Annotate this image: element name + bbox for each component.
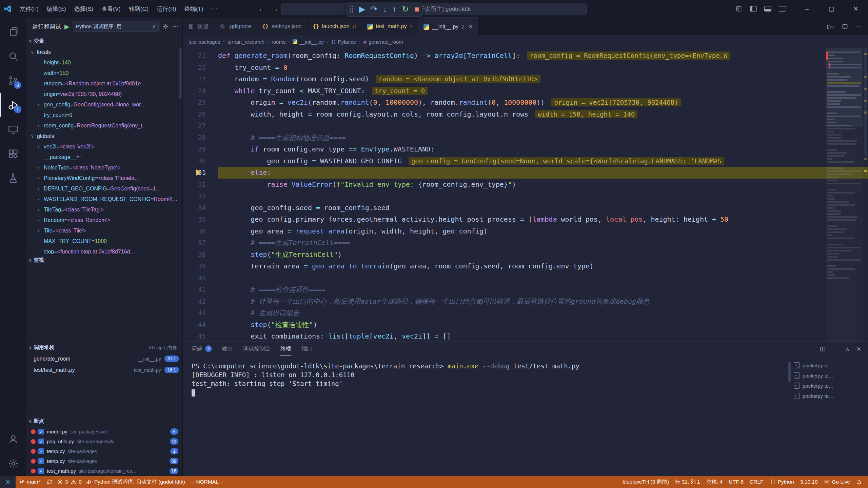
line-number[interactable]: 33 (183, 190, 218, 202)
activity-testing[interactable] (0, 166, 26, 190)
menu-item[interactable]: 查看(V) (97, 3, 125, 15)
line-number[interactable]: 34 (183, 202, 218, 214)
variable-row[interactable]: ›vec2i = <class 'vec2i'> (26, 141, 182, 152)
close-button[interactable]: ✕ (844, 0, 868, 18)
line-number[interactable]: 25 (183, 97, 218, 108)
activity-files[interactable] (0, 20, 26, 44)
line-number[interactable]: 26 (183, 108, 218, 120)
problems-errors[interactable]: 3 (56, 476, 70, 488)
toggle-panel-icon[interactable] (764, 6, 771, 12)
tab-test_math.py[interactable]: test_math.py1 (361, 18, 418, 35)
breakpoint-row[interactable]: ✓model.pysite-packages\wfc6 (26, 427, 182, 436)
breadcrumb-item[interactable]: terrain_research (228, 39, 264, 45)
remote-indicator[interactable] (0, 476, 16, 488)
panel-tab-问题[interactable]: 问题3 (192, 342, 212, 356)
variable-row[interactable]: width = 150 (26, 68, 182, 78)
variable-row[interactable]: stop = <function stop at 0x1bf8d716d… (26, 246, 182, 254)
variable-row[interactable]: random = <Random object at 0x1bf9d01e… (26, 78, 182, 89)
line-number[interactable]: 28 (183, 132, 218, 144)
indentation[interactable]: 空格: 4 (703, 476, 726, 488)
nav-forward-icon[interactable]: → (271, 4, 279, 13)
scrollbar-thumb[interactable] (864, 48, 867, 157)
code-line-content[interactable]: step("生成TerrainCell") (218, 249, 868, 261)
terminal-scrollbar[interactable] (788, 362, 791, 382)
tab-__init__.py[interactable]: __init__.py2✕ (418, 18, 478, 35)
step-into-icon[interactable]: ↓ (383, 5, 387, 13)
variable-row[interactable]: try_count = 0 (26, 110, 182, 120)
variable-row[interactable]: ›geo_config = GeoConfig(seed=None, wor… (26, 99, 182, 110)
breadcrumb-item[interactable]: rooms (272, 39, 286, 45)
minimize-button[interactable]: – (795, 0, 819, 18)
close-panel-icon[interactable]: ✕ (856, 346, 861, 353)
line-number[interactable]: 44 (183, 319, 218, 331)
eol[interactable]: CRLF (747, 476, 766, 488)
stop-icon[interactable]: ■ (414, 5, 419, 13)
activity-search[interactable] (0, 44, 26, 68)
debug-config-select[interactable]: Python 调试程序: 启 ∨ (73, 21, 159, 32)
code-line-content[interactable]: if room_config.env_type == EnvType.WASTE… (218, 143, 868, 155)
line-number[interactable]: 23 (183, 73, 218, 85)
activity-debug[interactable]: 1 (0, 93, 26, 117)
command-center[interactable]: [管理开发宿主] godot-ldtk (281, 3, 587, 15)
stack-frame[interactable]: test/test_math.pytest_math.py16:1 (26, 364, 182, 375)
code-line-content[interactable]: width, height = room_config.layout.n_col… (218, 108, 868, 120)
code-line-content[interactable]: geo_config = WASTELAND_GEO_CONFIGgeo_con… (218, 155, 868, 167)
nav-back-icon[interactable]: ← (258, 4, 266, 13)
activity-extensions[interactable] (0, 142, 26, 166)
debug-status[interactable]: Python 调试程序: 启动文件 (godot-ldtk) (83, 476, 188, 488)
line-number[interactable]: 21 (183, 50, 218, 62)
panel-tab-输出[interactable]: 输出 (222, 342, 233, 356)
breakpoint-checkbox[interactable]: ✓ (38, 468, 44, 474)
variable-row[interactable]: ›TileTag = <class 'TileTag'> (26, 204, 182, 215)
maximize-button[interactable]: ▢ (819, 0, 844, 18)
terminal-session-item[interactable]: >_pocketpy te… (794, 381, 863, 390)
line-number[interactable]: 38 (183, 249, 218, 261)
breakpoint-checkbox[interactable]: ✓ (38, 439, 44, 444)
code-line-content[interactable]: terrain_area = geo_area_to_terrain(geo_a… (218, 260, 868, 272)
variable-row[interactable]: MAX_TRY_COUNT = 1000 (26, 236, 182, 246)
problems-warnings[interactable]: 0 (69, 476, 83, 488)
code-line-content[interactable]: # ====生成TerrainCell==== (218, 237, 868, 249)
terminal-split-icon[interactable] (819, 346, 826, 352)
code-line-content[interactable]: random = Random(room_config.seed)random … (218, 73, 868, 85)
code-line-content[interactable]: exit_combinations: list[tuple[vec2i, vec… (218, 330, 868, 342)
terminal-session-item[interactable]: >_pocketpy te… (794, 361, 863, 370)
code-line-content[interactable]: # ====生成初始地理信息==== (218, 132, 868, 144)
code-line-content[interactable]: # 计算每一个出口的中心，然后使用astar生成路径，确保每一个出口组合都可以联… (218, 296, 868, 307)
breadcrumb-item[interactable]: __init__.py (293, 39, 324, 45)
restart-icon[interactable]: ↻ (402, 5, 409, 13)
step-over-icon[interactable]: ↷ (371, 5, 377, 13)
code-line-content[interactable]: geo_config.seed = room_config.seed (218, 202, 868, 214)
watch-section-header[interactable]: ∨ 监视 (26, 254, 182, 266)
activity-remote[interactable] (0, 117, 26, 142)
sidebar-scrollbar[interactable] (179, 48, 182, 99)
breakpoint-checkbox[interactable]: ✓ (38, 458, 44, 464)
line-number[interactable]: 27 (183, 120, 218, 132)
menu-item[interactable]: 文件(F) (16, 3, 43, 15)
menu-item[interactable]: 终端(T) (180, 3, 208, 15)
continue-icon[interactable]: ▶ (359, 5, 365, 13)
minimap-slider[interactable] (826, 48, 863, 127)
stack-frame[interactable]: generate_room__init__.py31:1 (26, 353, 182, 364)
code-line-content[interactable]: origin = vec2i(random.randint(0, 1000000… (218, 97, 868, 108)
line-number[interactable]: 32 (183, 179, 218, 190)
code-line-content[interactable]: geo_area = request_area(origin, width, h… (218, 225, 868, 237)
cursor-position[interactable]: 行 31, 列 1 (672, 476, 703, 488)
breakpoint-row[interactable]: ✓png_utils.pysite-packages\wfc11 (26, 436, 182, 446)
go-live[interactable]: Go Live (821, 476, 853, 488)
editor-more-icon[interactable]: ··· (855, 23, 861, 30)
close-tab-icon[interactable]: ✕ (469, 24, 473, 30)
line-number[interactable]: 43 (183, 307, 218, 319)
variable-row[interactable]: ›NoiseType = <class 'NoiseType'> (26, 162, 182, 173)
menu-item[interactable]: 转到(G) (125, 3, 153, 15)
menu-item[interactable]: 运行(R) (153, 3, 180, 15)
code-line-content[interactable]: while try_count < MAX_TRY_COUNT:try_coun… (218, 85, 868, 97)
code-line-content[interactable]: try_count = 0 (218, 62, 868, 74)
breadcrumb-item[interactable]: site-packages (189, 39, 220, 45)
variable-row[interactable]: origin = vec2i(7205730, 9024468) (26, 89, 182, 99)
activity-account[interactable] (0, 427, 26, 451)
menu-overflow[interactable]: ··· (208, 3, 221, 15)
git-blame[interactable]: blueloveTH (3 周前) (619, 476, 672, 488)
line-number[interactable]: 30 (183, 155, 218, 167)
line-number[interactable]: 31 (183, 167, 218, 179)
